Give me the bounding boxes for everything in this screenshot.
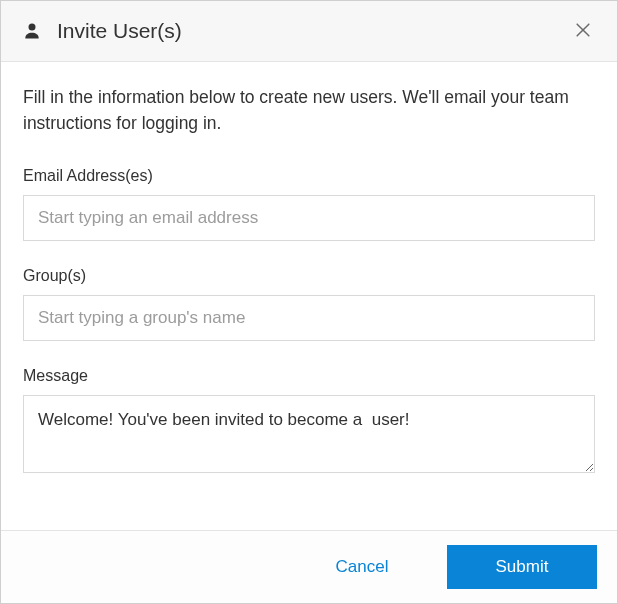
email-label: Email Address(es) — [23, 167, 595, 185]
groups-field-group: Group(s) — [23, 267, 595, 341]
submit-button[interactable]: Submit — [447, 545, 597, 589]
email-input[interactable] — [23, 195, 595, 241]
message-label: Message — [23, 367, 595, 385]
email-field-group: Email Address(es) — [23, 167, 595, 241]
svg-point-0 — [29, 24, 36, 31]
intro-text: Fill in the information below to create … — [23, 84, 595, 137]
message-field-group: Message — [23, 367, 595, 477]
close-button[interactable] — [569, 17, 597, 45]
dialog-footer: Cancel Submit — [1, 530, 617, 603]
groups-input[interactable] — [23, 295, 595, 341]
message-textarea[interactable] — [23, 395, 595, 473]
cancel-button[interactable]: Cancel — [287, 545, 437, 589]
invite-users-dialog: Invite User(s) Fill in the information b… — [0, 0, 618, 604]
dialog-title: Invite User(s) — [57, 19, 555, 43]
close-icon — [573, 20, 593, 43]
dialog-header: Invite User(s) — [1, 1, 617, 62]
user-icon — [21, 20, 43, 42]
groups-label: Group(s) — [23, 267, 595, 285]
dialog-body: Fill in the information below to create … — [1, 62, 617, 530]
